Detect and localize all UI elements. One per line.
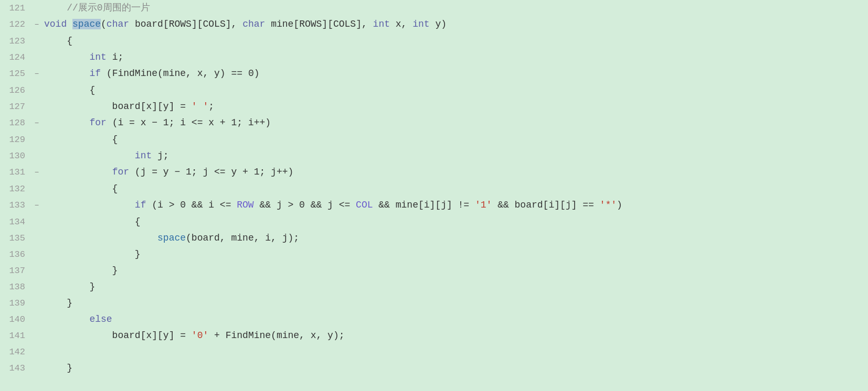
code-line-143: 143 } (0, 360, 868, 376)
line-number-138: 138 (0, 279, 31, 295)
line-number-133: 133 (0, 197, 31, 213)
code-line-124: 124 int i; (0, 49, 868, 66)
fold-133[interactable]: − (31, 198, 42, 214)
code-content-128: for (i = x − 1; i <= x + 1; i++) (42, 115, 868, 131)
code-line-136: 136 } (0, 246, 868, 263)
code-content-138: } (42, 279, 868, 295)
code-content-126: { (42, 82, 868, 99)
line-number-137: 137 (0, 263, 31, 279)
line-number-140: 140 (0, 311, 31, 328)
code-line-139: 139 } (0, 295, 868, 311)
code-editor: 121 //展示0周围的一片 122 − void space(char boa… (0, 0, 868, 391)
code-line-123: 123 { (0, 33, 868, 49)
comment-121: //展示0周围的一片 (44, 3, 150, 13)
code-content-143: } (42, 360, 868, 376)
code-content-137: } (42, 263, 868, 279)
code-line-126: 126 { (0, 82, 868, 99)
line-number-128: 128 (0, 115, 31, 131)
code-content-136: } (42, 246, 868, 263)
code-line-125: 125 − if (FindMine(mine, x, y) == 0) (0, 66, 868, 82)
line-number-142: 142 (0, 344, 31, 360)
line-number-129: 129 (0, 132, 31, 148)
line-number-143: 143 (0, 360, 31, 376)
code-line-127: 127 board[x][y] = ' '; (0, 99, 868, 115)
line-number-139: 139 (0, 295, 31, 311)
code-line-135: 135 space(board, mine, i, j); (0, 230, 868, 246)
code-content-134: { (42, 214, 868, 230)
fold-122[interactable]: − (31, 17, 42, 33)
fold-125[interactable]: − (31, 66, 42, 82)
fold-131[interactable]: − (31, 165, 42, 181)
code-line-132: 132 { (0, 181, 868, 197)
line-number-131: 131 (0, 164, 31, 180)
code-line-140: 140 else (0, 311, 868, 328)
code-line-122: 122 − void space(char board[ROWS][COLS],… (0, 16, 868, 33)
line-number-132: 132 (0, 181, 31, 197)
line-number-122: 122 (0, 16, 31, 32)
code-content-130: int j; (42, 148, 868, 164)
code-line-133: 133 − if (i > 0 && i <= ROW && j > 0 && … (0, 197, 868, 214)
code-content-121: //展示0周围的一片 (42, 0, 868, 16)
code-line-129: 129 { (0, 132, 868, 148)
code-content-127: board[x][y] = ' '; (42, 99, 868, 115)
line-number-121: 121 (0, 0, 31, 16)
code-line-141: 141 board[x][y] = '0' + FindMine(mine, x… (0, 328, 868, 344)
line-number-130: 130 (0, 148, 31, 164)
code-content-129: { (42, 132, 868, 148)
line-number-135: 135 (0, 230, 31, 246)
code-content-135: space(board, mine, i, j); (42, 230, 868, 246)
line-number-134: 134 (0, 214, 31, 230)
code-content-124: int i; (42, 49, 868, 66)
code-line-138: 138 } (0, 279, 868, 295)
code-content-139: } (42, 295, 868, 311)
code-line-130: 130 int j; (0, 148, 868, 164)
code-content-123: { (42, 33, 868, 49)
code-content-140: else (42, 311, 868, 328)
code-line-128: 128 − for (i = x − 1; i <= x + 1; i++) (0, 115, 868, 132)
code-content-141: board[x][y] = '0' + FindMine(mine, x, y)… (42, 328, 868, 344)
line-number-141: 141 (0, 328, 31, 344)
line-number-126: 126 (0, 82, 31, 99)
code-content-122: void space(char board[ROWS][COLS], char … (42, 16, 868, 32)
line-number-136: 136 (0, 246, 31, 263)
code-content-125: if (FindMine(mine, x, y) == 0) (42, 66, 868, 82)
code-content-133: if (i > 0 && i <= ROW && j > 0 && j <= C… (42, 197, 868, 213)
code-line-142: 142 (0, 344, 868, 360)
line-number-125: 125 (0, 66, 31, 82)
code-line-134: 134 { (0, 214, 868, 230)
line-number-124: 124 (0, 49, 31, 66)
code-line-131: 131 − for (j = y − 1; j <= y + 1; j++) (0, 164, 868, 181)
line-number-127: 127 (0, 99, 31, 115)
code-content-132: { (42, 181, 868, 197)
code-content-131: for (j = y − 1; j <= y + 1; j++) (42, 164, 868, 180)
line-number-123: 123 (0, 33, 31, 49)
code-line-121: 121 //展示0周围的一片 (0, 0, 868, 16)
code-line-137: 137 } (0, 263, 868, 279)
fold-128[interactable]: − (31, 115, 42, 132)
